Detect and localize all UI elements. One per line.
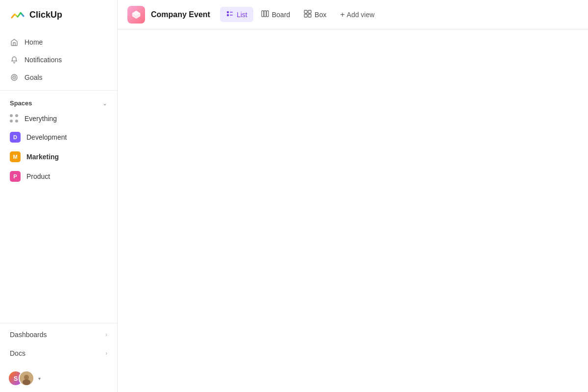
target-icon — [10, 73, 19, 82]
sidebar-item-marketing[interactable]: M Marketing — [0, 147, 117, 167]
marketing-label: Marketing — [26, 153, 59, 161]
svg-point-4 — [24, 375, 29, 380]
dashboards-chevron-icon: › — [105, 331, 107, 338]
sidebar-item-everything[interactable]: Everything — [0, 110, 117, 127]
svg-rect-16 — [308, 14, 311, 17]
project-title: Company Event — [151, 10, 210, 19]
sidebar-item-development[interactable]: D Development — [0, 127, 117, 147]
development-avatar: D — [10, 132, 21, 143]
home-label: Home — [24, 38, 43, 46]
sidebar-item-notifications[interactable]: Notifications — [0, 51, 117, 69]
tab-box[interactable]: Box — [298, 7, 332, 22]
dashboards-label: Dashboards — [10, 331, 47, 339]
board-tab-icon — [261, 10, 269, 19]
svg-point-2 — [14, 77, 15, 78]
add-view-button[interactable]: + Add view — [334, 7, 380, 22]
home-icon — [10, 38, 19, 47]
marketing-avatar: M — [10, 151, 21, 162]
main-content: Company Event List — [118, 0, 588, 392]
project-icon — [127, 6, 145, 24]
sidebar-footer[interactable]: S ▾ — [0, 365, 117, 392]
spaces-label: Spaces — [10, 99, 32, 107]
content-area — [118, 29, 588, 392]
sidebar-item-dashboards[interactable]: Dashboards › — [0, 325, 117, 344]
sidebar-item-product[interactable]: P Product — [0, 167, 117, 186]
main-nav: Home Notifications Goals — [0, 29, 117, 91]
board-tab-label: Board — [272, 11, 290, 19]
view-tabs: List Board — [220, 7, 578, 22]
svg-rect-9 — [230, 15, 233, 16]
everything-label: Everything — [24, 115, 57, 122]
add-view-label: Add view — [347, 11, 375, 19]
docs-chevron-icon: › — [105, 350, 107, 357]
app-name: ClickUp — [29, 10, 62, 20]
user-avatar-secondary — [19, 370, 34, 386]
svg-rect-10 — [262, 11, 264, 17]
development-label: Development — [26, 133, 67, 141]
clickup-logo-icon — [10, 7, 25, 23]
dashboards-left: Dashboards — [10, 331, 47, 339]
everything-grid-icon — [10, 114, 19, 123]
sidebar-item-goals[interactable]: Goals — [0, 69, 117, 86]
svg-rect-11 — [264, 11, 266, 17]
spaces-header[interactable]: Spaces ⌄ — [0, 97, 117, 110]
box-tab-icon — [304, 10, 312, 19]
topbar: Company Event List — [118, 0, 588, 29]
avatar-stack: S — [8, 370, 34, 386]
svg-rect-12 — [267, 11, 269, 17]
spaces-section: Spaces ⌄ Everything D Development M Mark… — [0, 91, 117, 323]
docs-left: Docs — [10, 349, 25, 357]
spaces-chevron-icon: ⌄ — [102, 100, 107, 107]
product-avatar: P — [10, 171, 21, 182]
sidebar-item-docs[interactable]: Docs › — [0, 344, 117, 363]
docs-label: Docs — [10, 349, 25, 357]
svg-rect-8 — [230, 12, 233, 13]
tab-list[interactable]: List — [220, 7, 253, 22]
tab-board[interactable]: Board — [255, 7, 296, 22]
svg-rect-14 — [308, 10, 311, 13]
goals-label: Goals — [24, 74, 43, 81]
list-tab-icon — [226, 10, 234, 19]
sidebar: ClickUp Home Notifications Goals Spaces … — [0, 0, 118, 392]
add-view-plus-icon: + — [340, 10, 344, 19]
list-tab-label: List — [237, 11, 247, 19]
svg-rect-6 — [227, 11, 229, 13]
box-tab-label: Box — [315, 11, 326, 19]
bell-icon — [10, 55, 19, 64]
notifications-label: Notifications — [24, 56, 62, 64]
svg-rect-7 — [227, 14, 229, 16]
svg-rect-15 — [304, 14, 307, 17]
bottom-nav: Dashboards › Docs › — [0, 323, 117, 365]
product-label: Product — [26, 172, 50, 180]
user-dropdown-icon: ▾ — [38, 376, 41, 381]
svg-rect-13 — [304, 10, 307, 13]
sidebar-item-home[interactable]: Home — [0, 33, 117, 51]
svg-point-5 — [23, 379, 30, 385]
logo-area: ClickUp — [0, 0, 117, 29]
